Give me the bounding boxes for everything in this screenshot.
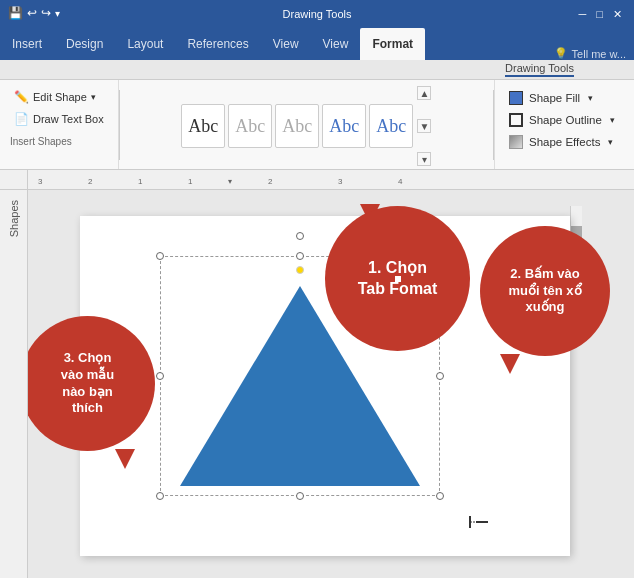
outline-arrow[interactable]: ▾ [610,115,615,125]
window-controls[interactable]: ─ □ ✕ [575,8,626,21]
drawing-tools-bar: Drawing Tools [0,60,634,80]
svg-text:▾: ▾ [228,177,232,186]
scroll-more-arrow[interactable]: ▾ [417,152,431,166]
ruler-row: 3 2 1 1 ▾ 2 3 4 [0,170,634,190]
quick-access[interactable]: 💾 ↩ ↪ ▾ [8,6,60,20]
draw-text-box-button[interactable]: 📄 Draw Text Box [10,110,108,128]
main-area: Shapes [0,190,634,578]
ruler-marks-svg: 3 2 1 1 ▾ 2 3 4 [28,170,634,190]
drawing-tools-title: Drawing Tools [283,8,352,20]
save-icon[interactable]: 💾 [8,6,23,20]
ruler-corner [0,170,28,189]
outline-icon [509,113,523,127]
undo-icon[interactable]: ↩ [27,6,37,20]
tab-view1[interactable]: View [261,28,311,60]
edit-shape-arrow[interactable]: ▾ [91,92,96,102]
drawing-tools-label: Drawing Tools [505,62,574,77]
adjustment-handle[interactable] [296,266,304,274]
redo-icon[interactable]: ↪ [41,6,51,20]
svg-rect-0 [28,170,634,190]
shape-styles-grid: Abc Abc Abc Abc Abc ▲ ▼ ▾ [181,86,431,166]
tab-format[interactable]: Format [360,28,425,60]
edit-shape-button[interactable]: ✏️ Edit Shape ▾ [10,88,108,106]
effects-arrow[interactable]: ▾ [608,137,613,147]
scroll-arrows: ▲ ▼ ▾ [417,86,431,166]
callout-1: 1. Chọn Tab Fomat [325,206,470,351]
document-page: 2. Bấm vào muổi tên xổ xuống 3. Chọn vào… [80,216,570,556]
fill-arrow[interactable]: ▾ [588,93,593,103]
shape-fill-button[interactable]: Shape Fill ▾ [505,88,624,108]
text-box-icon: 📄 [14,112,29,126]
ruler-top: 3 2 1 1 ▾ 2 3 4 [28,170,634,189]
handle-tl[interactable] [156,252,164,260]
sidebar-left: Shapes [0,190,28,578]
shape-outline-button[interactable]: Shape Outline ▾ [505,110,624,130]
tab-design[interactable]: Design [54,28,115,60]
callout-2: 2. Bấm vào muổi tên xổ xuống [480,226,610,356]
svg-text:1: 1 [138,177,143,186]
insert-shapes-section: ✏️ Edit Shape ▾ 📄 Draw Text Box Insert S… [0,80,119,169]
svg-text:3: 3 [338,177,343,186]
edit-shape-icon: ✏️ [14,90,29,104]
svg-text:1: 1 [188,177,193,186]
shape-styles-section: Abc Abc Abc Abc Abc ▲ ▼ ▾ [120,80,493,169]
shape-effects-button[interactable]: Shape Effects ▾ [505,132,624,152]
tab-layout[interactable]: Layout [115,28,175,60]
tab-row: Insert Design Layout References View Vie… [0,28,634,60]
scroll-up-arrow[interactable]: ▲ [417,86,431,100]
fill-icon [509,91,523,105]
tab-references[interactable]: References [175,28,260,60]
shape-options-section: Shape Fill ▾ Shape Outline ▾ Shape Effec… [494,80,634,169]
cursor-svg [466,513,490,531]
document-area: 2. Bấm vào muổi tên xổ xuống 3. Chọn vào… [28,190,634,578]
rotate-handle[interactable] [296,232,304,240]
cursor-indicator [466,513,490,536]
tab-view2[interactable]: View [311,28,361,60]
handle-tm[interactable] [296,252,304,260]
effects-icon [509,135,523,149]
svg-text:4: 4 [398,177,403,186]
tab-insert[interactable]: Insert [0,28,54,60]
style-swatch-3[interactable]: Abc [275,104,319,148]
style-swatch-1[interactable]: Abc [181,104,225,148]
sidebar-label: Shapes [8,200,20,237]
title-bar: 💾 ↩ ↪ ▾ Drawing Tools ─ □ ✕ [0,0,634,28]
style-swatch-2[interactable]: Abc [228,104,272,148]
bulb-icon: 💡 [554,47,568,60]
style-swatch-4[interactable]: Abc [322,104,366,148]
quick-access-arrow[interactable]: ▾ [55,8,60,19]
svg-text:3: 3 [38,177,43,186]
tell-me[interactable]: 💡 Tell me w... [546,47,634,60]
insert-shapes-label: Insert Shapes [10,136,108,147]
scroll-down-arrow[interactable]: ▼ [417,119,431,133]
ribbon: ✏️ Edit Shape ▾ 📄 Draw Text Box Insert S… [0,80,634,170]
svg-text:2: 2 [268,177,273,186]
callout-3: 3. Chọn vào mẫu nào bạn thích [28,316,155,451]
svg-text:2: 2 [88,177,93,186]
style-swatch-5[interactable]: Abc [369,104,413,148]
